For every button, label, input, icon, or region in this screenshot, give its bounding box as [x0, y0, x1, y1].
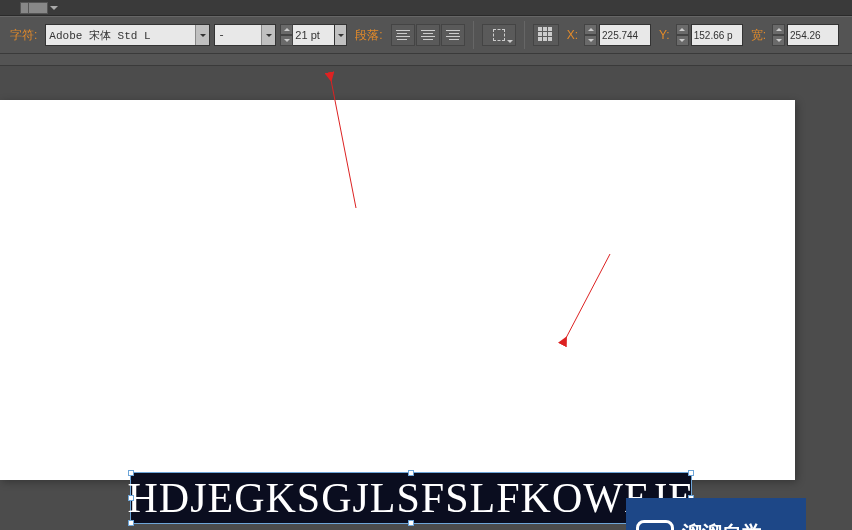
chevron-down-icon — [507, 40, 513, 43]
control-toolbar: 字符: Adobe 宋体 Std L - 21 pt 段落: X: — [0, 16, 852, 54]
width-value-input[interactable]: 254.26 — [787, 24, 839, 46]
paragraph-label: 段落: — [351, 27, 386, 44]
font-size-arrow-icon[interactable] — [335, 24, 347, 46]
watermark-text: 溜溜自学 ZIXUE.3D66.COM — [682, 520, 786, 531]
y-stepper[interactable] — [676, 24, 689, 46]
font-size-spinner[interactable]: 21 pt — [280, 24, 347, 46]
separator-2 — [524, 21, 525, 49]
font-family-arrow-icon[interactable] — [195, 25, 209, 45]
width-up-icon[interactable] — [772, 24, 785, 35]
align-left-button[interactable] — [391, 24, 415, 46]
x-stepper[interactable] — [584, 24, 597, 46]
panel-layout-icon[interactable] — [20, 2, 48, 14]
width-stepper[interactable] — [772, 24, 785, 46]
resize-handle-ml[interactable] — [128, 495, 134, 501]
text-frame[interactable]: HDJEGKSGJLSFSLFKOWEJE — [130, 472, 692, 524]
font-size-value[interactable]: 21 pt — [293, 24, 335, 46]
font-size-up-icon[interactable] — [280, 24, 293, 35]
width-group: 宽: 254.26 — [747, 24, 839, 46]
font-weight-value: - — [215, 29, 261, 41]
y-up-icon[interactable] — [676, 24, 689, 35]
play-icon — [636, 520, 674, 530]
font-family-combo[interactable]: Adobe 宋体 Std L — [45, 24, 210, 46]
y-coordinate-group: Y: 152.66 p — [655, 24, 743, 46]
width-label: 宽: — [747, 27, 770, 44]
width-down-icon[interactable] — [772, 35, 785, 46]
ruler-corner — [0, 54, 852, 66]
character-label: 字符: — [6, 27, 41, 44]
x-label: X: — [563, 28, 582, 42]
font-family-value: Adobe 宋体 Std L — [46, 28, 195, 43]
align-group — [391, 24, 465, 46]
font-size-stepper[interactable] — [280, 24, 293, 46]
y-value-input[interactable]: 152.66 p — [691, 24, 743, 46]
resize-handle-tl[interactable] — [128, 470, 134, 476]
reference-point-icon — [538, 27, 554, 43]
y-label: Y: — [655, 28, 674, 42]
font-weight-arrow-icon[interactable] — [261, 25, 275, 45]
font-size-down-icon[interactable] — [280, 35, 293, 46]
x-coordinate-group: X: 225.744 — [563, 24, 651, 46]
watermark-title: 溜溜自学 — [682, 520, 786, 531]
separator — [473, 21, 474, 49]
watermark: 溜溜自学 ZIXUE.3D66.COM — [626, 498, 806, 530]
y-down-icon[interactable] — [676, 35, 689, 46]
document-page — [0, 100, 795, 480]
x-down-icon[interactable] — [584, 35, 597, 46]
canvas-area[interactable]: HDJEGKSGJLSFSLFKOWEJE 溜溜自学 ZIXUE.3D66.CO… — [0, 66, 852, 530]
font-weight-combo[interactable]: - — [214, 24, 276, 46]
align-center-button[interactable] — [416, 24, 440, 46]
resize-handle-tc[interactable] — [408, 470, 414, 476]
resize-handle-tr[interactable] — [688, 470, 694, 476]
text-content[interactable]: HDJEGKSGJLSFSLFKOWEJE — [127, 474, 694, 522]
reference-point-button[interactable] — [533, 24, 559, 46]
resize-handle-bl[interactable] — [128, 520, 134, 526]
options-button[interactable] — [482, 24, 516, 46]
x-value-input[interactable]: 225.744 — [599, 24, 651, 46]
align-right-button[interactable] — [441, 24, 465, 46]
resize-handle-bc[interactable] — [408, 520, 414, 526]
x-up-icon[interactable] — [584, 24, 597, 35]
tab-strip — [0, 0, 852, 16]
panel-layout-dropdown[interactable] — [50, 6, 58, 10]
